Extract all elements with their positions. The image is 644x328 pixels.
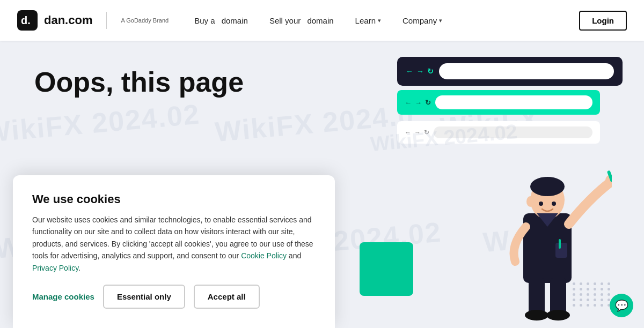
browser-controls: ← → ↻ [406,67,434,76]
learn-chevron-icon: ▾ [378,17,381,24]
company-chevron-icon: ▾ [439,17,442,24]
svg-text:d.: d. [21,14,31,26]
cookie-banner: We use cookies Our website uses cookies … [13,175,335,328]
browser-controls-2: ← → ↻ [405,99,431,107]
browser-url-bar-3 [434,126,592,138]
privacy-policy-link[interactable]: Privacy Policy [32,264,78,272]
browser-right-icon-3: → [414,129,421,136]
svg-rect-13 [559,239,561,249]
godaddy-brand: A GoDaddy Brand [121,17,169,24]
browser-illustration: ← → ↻ ← → ↻ ← → ↻ [397,57,623,150]
logo-text: dan.com [44,13,92,27]
browser-left-icon-3: ← [405,129,411,136]
browser-refresh-icon: ↻ [427,67,434,76]
cookie-policy-link[interactable]: Cookie Policy [241,251,287,260]
svg-rect-12 [555,243,567,258]
cookie-actions: Manage cookies Essential only Accept all [32,285,316,309]
svg-point-14 [539,202,543,206]
logo-area: d. dan.com A GoDaddy Brand [17,10,169,31]
svg-rect-8 [529,278,545,315]
person-illustration [494,144,612,328]
chat-bubble[interactable]: 💬 [610,294,633,317]
browser-refresh-icon-2: ↻ [425,99,431,107]
cookie-title: We use cookies [32,192,316,206]
svg-point-11 [546,310,570,320]
header: d. dan.com A GoDaddy Brand Buy a domain … [0,0,644,41]
hero-right: ← → ↻ ← → ↻ ← → ↻ [343,41,644,328]
browser-left-icon: ← [406,67,413,76]
browser-right-icon: → [416,67,424,76]
browser-controls-3: ← → ↻ [405,129,429,136]
green-square-decoration [360,242,413,296]
hero-title: Oops, this page [34,66,343,99]
browser-left-icon-2: ← [405,99,412,107]
browser-bar-main: ← → ↻ [397,57,623,86]
nav-buy-domain[interactable]: Buy a domain [186,12,257,29]
logo-icon: d. [17,10,38,31]
chat-icon: 💬 [615,299,628,312]
nav: Buy a domain Sell your domain Learn ▾ Co… [186,11,627,31]
nav-sell-domain[interactable]: Sell your domain [261,12,342,29]
cookie-body: Our website uses cookies and similar tec… [32,214,316,274]
logo-divider [106,12,107,29]
nav-learn[interactable]: Learn ▾ [347,12,390,29]
browser-url-bar [439,63,614,79]
browser-right-icon-2: → [415,99,422,107]
browser-refresh-icon-3: ↻ [424,129,429,136]
essential-only-button[interactable]: Essential only [103,285,185,309]
browser-bar-white: ← → ↻ [397,121,600,144]
nav-company[interactable]: Company ▾ [394,12,451,29]
svg-point-4 [530,177,565,196]
browser-bar-green: ← → ↻ [397,90,600,115]
svg-rect-9 [550,278,566,315]
browser-url-bar-2 [435,95,592,109]
svg-point-5 [526,196,534,207]
svg-point-10 [525,310,548,320]
accept-all-button[interactable]: Accept all [194,285,260,309]
login-button[interactable]: Login [579,11,627,31]
manage-cookies-button[interactable]: Manage cookies [32,292,94,301]
svg-point-15 [552,202,556,206]
